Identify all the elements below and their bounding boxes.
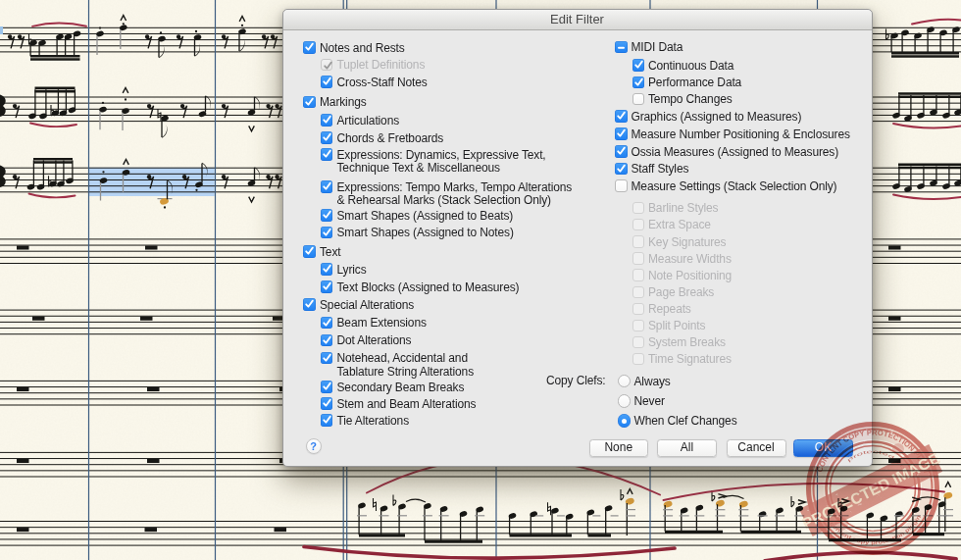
finale-window: Edit Filter Notes and RestsTuplet Defini…: [0, 0, 961, 560]
dialog-titlebar[interactable]: Edit Filter: [283, 10, 872, 30]
edit-filter-dialog: Edit Filter: [282, 9, 873, 467]
dialog-title: Edit Filter: [550, 12, 604, 26]
